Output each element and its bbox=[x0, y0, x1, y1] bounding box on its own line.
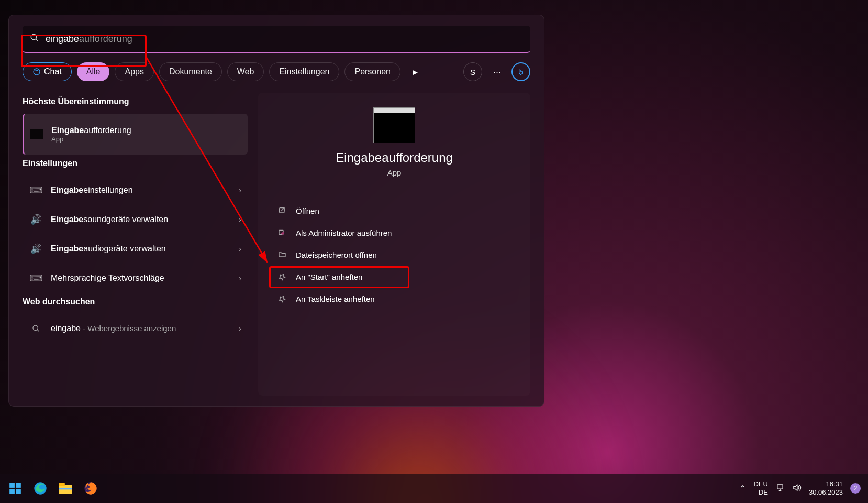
filter-people[interactable]: Personen bbox=[344, 62, 400, 81]
search-bar[interactable]: eingabeaufforderung bbox=[23, 26, 530, 53]
start-search-panel: eingabeaufforderung Chat Alle Apps Dokum… bbox=[8, 15, 544, 407]
start-button[interactable] bbox=[7, 480, 23, 496]
filter-documents[interactable]: Dokumente bbox=[159, 62, 222, 81]
svg-rect-15 bbox=[59, 488, 72, 489]
svg-rect-17 bbox=[777, 485, 783, 489]
sound-icon: 🔊 bbox=[29, 214, 43, 225]
firefox-icon[interactable] bbox=[83, 480, 98, 496]
svg-point-2 bbox=[34, 69, 40, 75]
detail-title: Eingabeaufforderung bbox=[336, 150, 453, 165]
filter-row: Chat Alle Apps Dokumente Web Einstellung… bbox=[23, 62, 530, 81]
open-icon bbox=[277, 206, 287, 215]
action-open[interactable]: Öffnen bbox=[273, 200, 516, 222]
svg-line-4 bbox=[37, 330, 39, 331]
action-pin-taskbar[interactable]: An Taskleiste anheften bbox=[273, 288, 516, 310]
search-icon bbox=[30, 33, 39, 45]
chevron-right-icon: › bbox=[239, 215, 241, 224]
language-indicator[interactable]: DEU DE bbox=[753, 480, 767, 496]
svg-rect-14 bbox=[59, 483, 65, 486]
search-typed-text: eingabe bbox=[46, 34, 79, 44]
search-icon bbox=[29, 324, 43, 333]
best-match-result[interactable]: Eingabeaufforderung App bbox=[23, 114, 248, 155]
filter-all[interactable]: Alle bbox=[77, 62, 110, 81]
svg-rect-9 bbox=[16, 483, 21, 488]
settings-result-1[interactable]: 🔊 Eingabesoundgeräte verwalten › bbox=[23, 205, 248, 234]
network-icon[interactable] bbox=[775, 483, 785, 494]
search-input[interactable]: eingabeaufforderung bbox=[46, 34, 523, 45]
keyboard-icon: ⌨ bbox=[29, 184, 43, 196]
results-left-column: Höchste Übereinstimmung Eingabeaufforder… bbox=[23, 93, 248, 396]
web-results-header: Web durchsuchen bbox=[23, 297, 248, 307]
filter-apps[interactable]: Apps bbox=[115, 62, 153, 81]
system-tray: ⌃ DEU DE 16:31 30.06.2023 2 bbox=[739, 480, 861, 496]
best-match-header: Höchste Übereinstimmung bbox=[23, 97, 248, 106]
filter-settings[interactable]: Einstellungen bbox=[269, 62, 339, 81]
action-run-as-admin[interactable]: Als Administrator ausführen bbox=[273, 222, 516, 244]
chevron-right-icon: › bbox=[239, 274, 241, 282]
detail-subtitle: App bbox=[387, 168, 402, 177]
admin-shield-icon bbox=[277, 228, 287, 237]
more-options-icon[interactable]: ⋯ bbox=[487, 62, 506, 81]
action-pin-start[interactable]: An "Start" anheften bbox=[273, 266, 516, 288]
chevron-right-icon: › bbox=[239, 324, 241, 333]
pin-icon bbox=[277, 272, 287, 281]
settings-result-3[interactable]: ⌨ Mehrsprachige Textvorschläge › bbox=[23, 264, 248, 293]
filter-chat[interactable]: Chat bbox=[23, 62, 72, 81]
svg-point-0 bbox=[31, 34, 37, 40]
clock[interactable]: 16:31 30.06.2023 bbox=[809, 480, 843, 496]
edge-icon[interactable] bbox=[32, 480, 48, 496]
pin-icon bbox=[277, 294, 287, 303]
settings-results-header: Einstellungen bbox=[23, 159, 248, 168]
folder-icon bbox=[277, 250, 287, 259]
taskbar: ⌃ DEU DE 16:31 30.06.2023 2 bbox=[0, 474, 868, 503]
chevron-right-icon: › bbox=[239, 245, 241, 253]
bing-chat-icon[interactable] bbox=[511, 62, 530, 81]
cmd-large-icon bbox=[373, 107, 415, 143]
chevron-right-icon: › bbox=[239, 186, 241, 194]
user-avatar[interactable]: S bbox=[463, 62, 482, 81]
web-result[interactable]: eingabe - Webergebnisse anzeigen › bbox=[23, 314, 248, 343]
svg-rect-8 bbox=[9, 483, 15, 488]
explorer-icon[interactable] bbox=[58, 480, 73, 496]
divider bbox=[273, 195, 516, 195]
volume-icon[interactable] bbox=[792, 483, 802, 494]
cmd-small-icon bbox=[29, 129, 44, 139]
keyboard-icon: ⌨ bbox=[29, 272, 43, 284]
sound-icon: 🔊 bbox=[29, 243, 43, 255]
svg-rect-11 bbox=[16, 489, 21, 494]
action-open-location[interactable]: Dateispeicherort öffnen bbox=[273, 244, 516, 266]
search-suggestion-text: aufforderung bbox=[79, 34, 132, 44]
detail-panel: Eingabeaufforderung App Öffnen Als Admin… bbox=[258, 93, 530, 396]
tray-chevron-icon[interactable]: ⌃ bbox=[739, 484, 746, 494]
filter-web[interactable]: Web bbox=[227, 62, 264, 81]
svg-rect-10 bbox=[9, 489, 15, 494]
filter-more-arrow[interactable]: ▶ bbox=[406, 62, 425, 81]
settings-result-2[interactable]: 🔊 Eingabeaudiogeräte verwalten › bbox=[23, 234, 248, 264]
notification-badge[interactable]: 2 bbox=[850, 483, 861, 494]
svg-point-3 bbox=[33, 325, 38, 330]
settings-result-0[interactable]: ⌨ Eingabeeinstellungen › bbox=[23, 176, 248, 205]
svg-line-1 bbox=[36, 39, 38, 41]
